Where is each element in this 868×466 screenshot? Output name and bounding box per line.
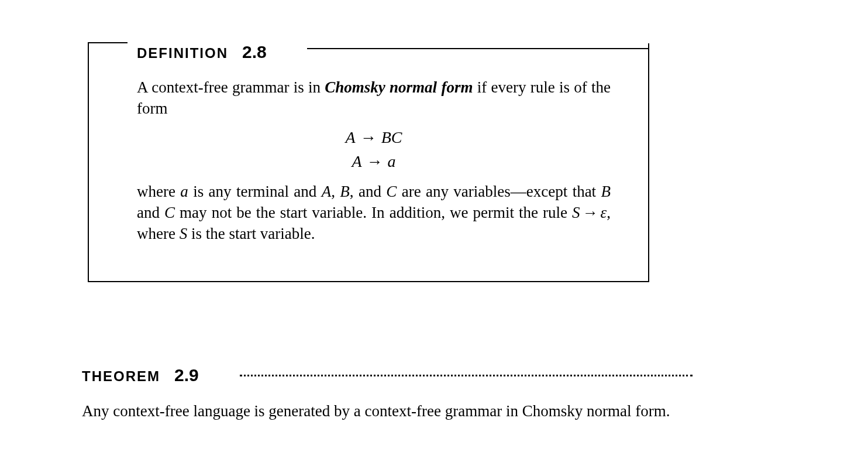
t6: and <box>137 204 164 221</box>
definition-label: DEFINITION <box>137 45 228 61</box>
t2: is any terminal and <box>188 183 322 200</box>
var-S: S <box>572 204 580 221</box>
arrow-icon: → <box>362 152 388 170</box>
rule-1: A→BC <box>137 126 611 150</box>
definition-tail: where a is any terminal and A, B, and C … <box>137 181 611 244</box>
rule-2: A→a <box>137 150 611 174</box>
definition-intro-pre: A context-free grammar is in <box>137 78 325 96</box>
var-B: B <box>340 183 350 200</box>
t7: may not be the start variable. In additi… <box>175 204 572 221</box>
rule-1-lhs: A <box>346 128 356 146</box>
var-S2: S <box>180 225 188 242</box>
definition-heading: DEFINITION 2.8 <box>137 42 267 61</box>
theorem-body: Any context-free language is generated b… <box>82 400 696 422</box>
definition-intro: A context-free grammar is in Chomsky nor… <box>137 77 611 119</box>
t5: are any variables—except that <box>397 183 601 200</box>
theorem-statement: Any context-free language is generated b… <box>82 400 696 422</box>
var-a: a <box>180 183 188 200</box>
rule-2-lhs: A <box>352 152 361 170</box>
var-B2: B <box>601 183 611 200</box>
t3: , <box>331 183 340 200</box>
definition-box: DEFINITION 2.8 A context-free grammar is… <box>88 43 649 282</box>
page: DEFINITION 2.8 A context-free grammar is… <box>0 0 868 466</box>
definition-number: 2.8 <box>242 42 267 62</box>
definition-term: Chomsky normal form <box>325 78 473 96</box>
definition-rules: A→BC A→a <box>137 126 611 173</box>
definition-rule-right <box>307 48 649 49</box>
var-A: A <box>322 183 332 200</box>
arrow-icon: → <box>356 128 381 146</box>
definition-body: A context-free grammar is in Chomsky nor… <box>137 77 611 248</box>
var-C2: C <box>164 204 175 221</box>
theorem-rule <box>240 375 693 376</box>
t1: where <box>137 183 180 200</box>
theorem-number: 2.9 <box>174 365 199 385</box>
var-C: C <box>386 183 397 200</box>
epsilon: ε <box>601 204 607 221</box>
rule-2-rhs: a <box>388 152 396 170</box>
arrow-icon: → <box>580 204 601 221</box>
definition-rule-left <box>88 42 128 43</box>
theorem-heading: THEOREM 2.9 <box>82 365 199 385</box>
rule-1-rhs: BC <box>381 128 402 146</box>
theorem-label: THEOREM <box>82 368 160 385</box>
t4: , and <box>350 183 386 200</box>
t9: is the start variable. <box>187 225 315 242</box>
